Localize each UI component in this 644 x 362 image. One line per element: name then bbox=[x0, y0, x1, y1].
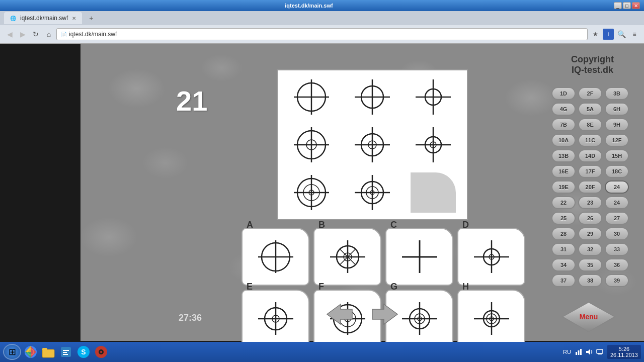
answer-option-h[interactable]: H bbox=[457, 290, 525, 347]
answer-option-b[interactable]: B bbox=[313, 228, 381, 286]
active-tab[interactable]: 🌐 iqtest.dk/main.swf ✕ bbox=[4, 12, 82, 24]
bookmark-icon[interactable]: ★ bbox=[590, 29, 601, 40]
sidebar-btn-37-36[interactable]: 37 bbox=[551, 274, 576, 287]
copyright-box: Copyright IQ-test.dk bbox=[571, 54, 614, 75]
sidebar-btn-1d-0[interactable]: 1D bbox=[551, 87, 576, 100]
nav-buttons bbox=[325, 302, 400, 327]
taskbar-media-icon[interactable] bbox=[93, 344, 109, 360]
sidebar-btn-36-35[interactable]: 36 bbox=[605, 258, 629, 272]
sidebar-btn-17f-16[interactable]: 17F bbox=[578, 165, 602, 178]
sidebar-btn-5a-4[interactable]: 5A bbox=[578, 103, 602, 116]
question-number: 21 bbox=[176, 84, 207, 117]
close-button[interactable]: ✕ bbox=[632, 2, 640, 9]
tab-favicon: 🌐 bbox=[10, 16, 16, 21]
forward-button[interactable]: ▶ bbox=[17, 29, 28, 40]
sidebar-btn-25-24[interactable]: 25 bbox=[551, 212, 576, 225]
search-addon-icon[interactable]: 🔍 bbox=[616, 29, 627, 40]
sidebar-btn-9h-8[interactable]: 9H bbox=[605, 118, 629, 131]
sidebar-btn-39-38[interactable]: 39 bbox=[605, 274, 629, 287]
answer-option-e[interactable]: E bbox=[242, 290, 309, 347]
answer-label-g: G bbox=[390, 282, 397, 292]
answer-option-d[interactable]: D bbox=[457, 228, 525, 286]
window-controls: _ □ ✕ bbox=[614, 2, 640, 9]
refresh-button[interactable]: ↻ bbox=[30, 29, 41, 40]
prev-button[interactable] bbox=[325, 302, 357, 327]
puzzle-cell-8 bbox=[343, 169, 401, 215]
taskbar-tool-icon[interactable] bbox=[58, 344, 74, 360]
sidebar-btn-28-27[interactable]: 28 bbox=[551, 227, 576, 240]
sidebar-btn-2f-1[interactable]: 2F bbox=[578, 87, 602, 100]
puzzle-cell-2 bbox=[343, 74, 401, 120]
answer-label-a: A bbox=[247, 220, 253, 230]
sidebar-btn-30-29[interactable]: 30 bbox=[605, 227, 629, 240]
taskbar-lang: RU bbox=[563, 349, 571, 355]
home-button[interactable]: ⌂ bbox=[43, 29, 54, 40]
answer-section: A B bbox=[242, 228, 525, 347]
answer-option-c[interactable]: C bbox=[385, 228, 453, 286]
user-icon[interactable]: i bbox=[603, 29, 614, 40]
address-bar[interactable]: 📄 iqtest.dk/main.swf bbox=[56, 28, 588, 40]
sidebar-btn-11c-10[interactable]: 11C bbox=[578, 134, 602, 147]
sidebar-btn-23-22[interactable]: 23 bbox=[578, 196, 602, 209]
taskbar-folder-icon[interactable] bbox=[40, 344, 56, 360]
sidebar-btn-34-33[interactable]: 34 bbox=[551, 258, 576, 272]
sidebar-btn-19e-18[interactable]: 19E bbox=[551, 180, 576, 194]
missing-piece-placeholder bbox=[411, 172, 456, 213]
sidebar-btn-32-31[interactable]: 32 bbox=[578, 243, 602, 256]
sidebar-btn-29-28[interactable]: 29 bbox=[578, 227, 602, 240]
sidebar-btn-27-26[interactable]: 27 bbox=[605, 212, 629, 225]
sidebar-btn-4g-3[interactable]: 4G bbox=[551, 103, 576, 116]
sidebar-btn-22-21[interactable]: 22 bbox=[551, 196, 576, 209]
puzzle-grid bbox=[277, 69, 468, 220]
sidebar-btn-12f-11[interactable]: 12F bbox=[605, 134, 629, 147]
sidebar-btn-14d-13[interactable]: 14D bbox=[578, 149, 602, 162]
menu-button[interactable]: Menu bbox=[561, 301, 616, 333]
puzzle-cell-5 bbox=[343, 122, 401, 168]
sidebar-btn-20f-19[interactable]: 20F bbox=[578, 180, 602, 194]
tab-close-icon[interactable]: ✕ bbox=[72, 16, 76, 21]
menu-icon[interactable]: ≡ bbox=[629, 29, 640, 40]
svg-point-83 bbox=[100, 351, 102, 353]
sidebar-btn-35-34[interactable]: 35 bbox=[578, 258, 602, 272]
sidebar-btn-13b-12[interactable]: 13B bbox=[551, 149, 576, 162]
sidebar-btn-7b-6[interactable]: 7B bbox=[551, 118, 576, 131]
next-button[interactable] bbox=[367, 302, 400, 327]
tray-power-icon[interactable] bbox=[595, 347, 604, 356]
clock-date: 26.11.2013 bbox=[610, 352, 638, 358]
answer-label-h: H bbox=[462, 282, 469, 292]
sidebar-btn-8e-7[interactable]: 8E bbox=[578, 118, 602, 131]
sidebar-btn-24-23[interactable]: 24 bbox=[605, 196, 629, 209]
answer-label-d: D bbox=[462, 220, 469, 230]
sidebar-btn-33-32[interactable]: 33 bbox=[605, 243, 629, 256]
back-button[interactable]: ◀ bbox=[4, 29, 15, 40]
tray-sound-icon[interactable] bbox=[585, 347, 594, 356]
system-clock: 5:26 26.11.2013 bbox=[607, 345, 641, 359]
taskbar-chrome-icon[interactable] bbox=[23, 344, 39, 360]
answer-label-e: E bbox=[247, 282, 253, 292]
taskbar-skype-icon[interactable]: S bbox=[75, 344, 92, 360]
maximize-button[interactable]: □ bbox=[623, 2, 631, 9]
minimize-button[interactable]: _ bbox=[614, 2, 622, 9]
sidebar-btn-6h-5[interactable]: 6H bbox=[605, 103, 629, 116]
puzzle-cell-7 bbox=[282, 169, 341, 215]
sidebar-btn-26-25[interactable]: 26 bbox=[578, 212, 602, 225]
sidebar-btn-31-30[interactable]: 31 bbox=[551, 243, 576, 256]
toolbar-icons: ★ i 🔍 ≡ bbox=[590, 29, 640, 40]
sidebar-btn-16e-15[interactable]: 16E bbox=[551, 165, 576, 178]
sidebar-btn-18c-17[interactable]: 18C bbox=[605, 165, 629, 178]
answer-label-f: F bbox=[318, 282, 324, 292]
tray-network-icon[interactable] bbox=[574, 347, 583, 356]
new-tab-button[interactable]: + bbox=[84, 13, 98, 23]
answer-option-a[interactable]: A bbox=[242, 228, 309, 286]
sidebar-btn-3b-2[interactable]: 3B bbox=[605, 87, 629, 100]
sidebar-btn-15h-14[interactable]: 15H bbox=[605, 149, 629, 162]
start-button[interactable]: ⊞ bbox=[3, 344, 21, 360]
svg-rect-89 bbox=[598, 353, 602, 354]
sidebar-btn-38-37[interactable]: 38 bbox=[578, 274, 602, 287]
svg-rect-85 bbox=[578, 350, 579, 355]
sidebar-btn-10a-9[interactable]: 10A bbox=[551, 134, 576, 147]
svg-marker-65 bbox=[327, 304, 352, 324]
svg-rect-86 bbox=[580, 349, 582, 355]
svg-text:S: S bbox=[81, 348, 86, 356]
sidebar-btn-24-20[interactable]: 24 bbox=[605, 180, 629, 194]
